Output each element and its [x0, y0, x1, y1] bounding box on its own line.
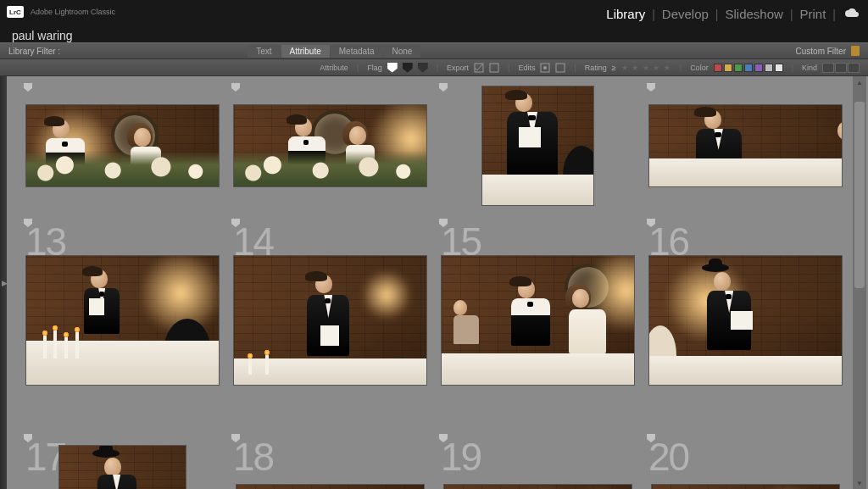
- thumbnail[interactable]: [236, 485, 425, 489]
- grid-cell[interactable]: 14: [228, 214, 432, 427]
- color-none[interactable]: [775, 64, 783, 72]
- grid-cell[interactable]: 17: [20, 429, 225, 489]
- scroll-up-icon[interactable]: ▲: [853, 76, 866, 88]
- divider: |: [715, 8, 719, 21]
- filter-tab-attribute[interactable]: Attribute: [281, 45, 330, 58]
- toolbar-attribute-label: Attribute: [320, 64, 348, 72]
- pick-flag-icon[interactable]: [24, 83, 32, 92]
- thumbnail[interactable]: [59, 446, 186, 489]
- thumbnail[interactable]: [234, 105, 426, 186]
- grid-cell[interactable]: 19: [436, 429, 640, 489]
- thumbnail[interactable]: [649, 256, 842, 384]
- grid-cell[interactable]: 20: [643, 429, 848, 489]
- color-blue[interactable]: [744, 64, 753, 72]
- divider: |: [652, 8, 655, 21]
- username: paul waring: [12, 29, 73, 42]
- kind-master-icon[interactable]: [822, 63, 834, 73]
- thumbnail[interactable]: [482, 86, 593, 206]
- scrollbar-thumb[interactable]: [854, 102, 865, 288]
- scroll-down-icon[interactable]: ▼: [853, 477, 866, 489]
- toolbar-rating-label: Rating: [585, 64, 607, 72]
- grid-view[interactable]: ▶: [0, 76, 868, 489]
- color-gray[interactable]: [765, 64, 773, 72]
- pick-flag-icon[interactable]: [439, 83, 448, 92]
- thumbnail[interactable]: [444, 485, 632, 489]
- identity-row: paul waring: [0, 24, 868, 42]
- pick-flag-icon[interactable]: [231, 83, 240, 92]
- toolbar-export-label: Export: [447, 64, 469, 72]
- kind-virtual-icon[interactable]: [835, 63, 847, 73]
- lock-icon[interactable]: [851, 46, 860, 56]
- grid-cell[interactable]: [228, 78, 432, 214]
- flag-picked-icon[interactable]: [387, 63, 398, 73]
- thumbnail[interactable]: [652, 485, 840, 489]
- flag-unflagged-icon[interactable]: [403, 63, 413, 73]
- filter-tab-text[interactable]: Text: [248, 45, 280, 58]
- filter-tabs: Text Attribute Metadata None: [248, 45, 420, 58]
- grid-cell[interactable]: [436, 78, 640, 214]
- vertical-scrollbar[interactable]: ▲ ▼: [853, 76, 866, 489]
- cell-index: 19: [441, 434, 481, 480]
- thumbnail[interactable]: [26, 256, 219, 384]
- left-panel-collapsed[interactable]: ▶: [0, 76, 7, 489]
- toolbar-edits-label: Edits: [518, 64, 535, 72]
- module-develop[interactable]: Develop: [660, 3, 710, 25]
- grid-cell[interactable]: 13: [20, 214, 225, 427]
- module-print[interactable]: Print: [798, 3, 828, 25]
- svg-point-3: [543, 66, 547, 69]
- svg-rect-1: [490, 64, 498, 72]
- filter-tab-metadata[interactable]: Metadata: [331, 45, 383, 58]
- grid-cell[interactable]: 16: [643, 214, 848, 427]
- export-pending-icon[interactable]: [489, 63, 499, 73]
- app-name: Adobe Lightroom Classic: [31, 8, 115, 16]
- rating-stars[interactable]: ★ ★ ★ ★ ★: [621, 64, 671, 72]
- module-slideshow[interactable]: Slideshow: [724, 3, 785, 25]
- flag-rejected-icon[interactable]: [418, 63, 428, 73]
- toolbar-color-label: Color: [690, 64, 709, 72]
- edits-yes-icon[interactable]: [540, 63, 550, 73]
- filter-tab-none[interactable]: None: [383, 45, 420, 58]
- toolbar-kind-label: Kind: [802, 64, 817, 72]
- thumbnail[interactable]: [442, 256, 634, 384]
- grid-cell[interactable]: 15: [436, 214, 640, 427]
- module-library[interactable]: Library: [604, 3, 647, 25]
- svg-rect-4: [556, 64, 565, 72]
- rating-operator[interactable]: ≥: [612, 64, 616, 72]
- kind-video-icon[interactable]: [848, 63, 860, 73]
- color-yellow[interactable]: [724, 64, 732, 72]
- color-red[interactable]: [714, 64, 722, 72]
- module-picker: Library | Develop | Slideshow | Print |: [604, 3, 860, 25]
- color-purple[interactable]: [754, 64, 763, 72]
- grid-cell[interactable]: 18: [228, 429, 432, 489]
- toolbar-flag-label: Flag: [367, 64, 382, 72]
- thumbnail[interactable]: [234, 256, 426, 384]
- pick-flag-icon[interactable]: [647, 83, 655, 92]
- color-swatches: [714, 64, 783, 72]
- cell-index: 20: [648, 434, 688, 480]
- export-done-icon[interactable]: [474, 63, 484, 73]
- custom-filter-dropdown[interactable]: Custom Filter: [796, 47, 846, 56]
- cloud-sync-icon[interactable]: [844, 7, 860, 22]
- color-green[interactable]: [734, 64, 743, 72]
- divider: |: [832, 8, 836, 21]
- app-logo: LrC: [7, 6, 24, 18]
- divider: |: [790, 8, 793, 21]
- attribute-toolbar: Attribute | Flag | Export | Edits | Rati…: [0, 59, 868, 76]
- library-filter-bar: Library Filter : Text Attribute Metadata…: [0, 42, 868, 59]
- thumbnail[interactable]: [26, 105, 219, 186]
- filter-label: Library Filter :: [8, 47, 60, 56]
- grid-cell[interactable]: [643, 78, 848, 214]
- edits-no-icon[interactable]: [555, 63, 565, 73]
- cell-index: 18: [233, 434, 273, 480]
- expand-left-icon[interactable]: ▶: [2, 279, 8, 287]
- grid-cell[interactable]: [20, 78, 225, 214]
- thumbnail[interactable]: [649, 105, 842, 186]
